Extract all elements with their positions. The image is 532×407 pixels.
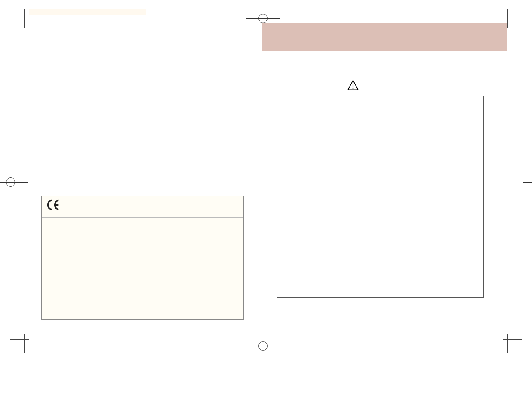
section-banner <box>262 23 507 51</box>
document-page <box>0 0 532 407</box>
crop-mark <box>503 339 522 340</box>
crop-mark <box>507 9 508 28</box>
crop-mark <box>10 339 29 340</box>
header-strip <box>29 9 146 15</box>
ce-mark-icon <box>46 197 65 216</box>
ce-box-header <box>42 196 243 218</box>
ce-compliance-box <box>41 196 244 320</box>
crop-mark <box>24 334 25 353</box>
crop-mark <box>10 23 29 23</box>
warning-box <box>277 96 484 298</box>
svg-point-2 <box>353 88 354 89</box>
crop-mark <box>24 9 25 28</box>
crop-mark <box>507 334 508 353</box>
warning-icon <box>347 79 359 91</box>
